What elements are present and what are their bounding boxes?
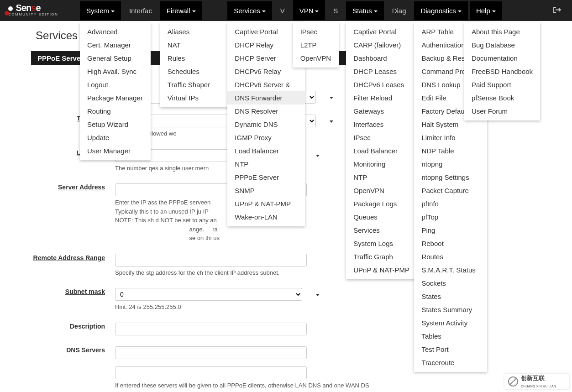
dropdown-item[interactable]: States Summary	[414, 303, 487, 316]
dropdown-item[interactable]: Aliases	[160, 25, 231, 38]
menu-diag-stub[interactable]: Diag	[386, 1, 413, 20]
dropdown-item[interactable]: Traffic Graph	[346, 250, 417, 263]
remote-range-input[interactable]	[115, 254, 307, 267]
dropdown-item[interactable]: Sockets	[414, 277, 487, 290]
dropdown-item[interactable]: DNS Resolver	[227, 105, 305, 118]
dropdown-item[interactable]: User Forum	[464, 105, 540, 118]
menu-firewall[interactable]: Firewall AliasesNATRulesSchedulesTraffic…	[160, 1, 202, 20]
dropdown-item[interactable]: PPPoE Server	[227, 171, 305, 184]
dropdown-item[interactable]: System Activity	[414, 316, 487, 329]
dropdown-item[interactable]: OpenVPN	[346, 184, 417, 197]
menu-s-stub[interactable]: S	[327, 1, 344, 20]
dropdown-item[interactable]: DHCPv6 Server &	[227, 78, 305, 91]
dropdown-item[interactable]: UPnP & NAT-PMP	[227, 197, 305, 210]
dropdown-item[interactable]: L2TP	[293, 38, 339, 52]
dropdown-item[interactable]: ntopng Settings	[414, 171, 487, 184]
dropdown-item[interactable]: States	[414, 290, 487, 303]
dropdown-item[interactable]: Monitoring	[346, 157, 417, 171]
menu-help[interactable]: Help About this PageBug DatabaseDocument…	[470, 1, 502, 20]
dns-server-1-input[interactable]	[115, 346, 307, 359]
dropdown-item[interactable]: Load Balancer	[227, 144, 305, 157]
dropdown-item[interactable]: Services	[346, 224, 417, 237]
dropdown-item[interactable]: UPnP & NAT-PMP	[346, 263, 417, 277]
dropdown-item[interactable]: Queues	[346, 210, 417, 224]
chevron-down-icon	[316, 294, 320, 296]
dropdown-item[interactable]: Dashboard	[346, 52, 417, 65]
menu-vpn-label: VPN	[299, 7, 314, 15]
dropdown-firewall: AliasesNATRulesSchedulesTraffic ShaperVi…	[160, 22, 231, 107]
description-input[interactable]	[115, 323, 307, 335]
dropdown-item[interactable]: S.M.A.R.T. Status	[414, 263, 487, 277]
dropdown-item[interactable]: FreeBSD Handbook	[464, 65, 540, 78]
breadcrumb-root[interactable]: Services	[36, 29, 78, 42]
dropdown-item[interactable]: Schedules	[160, 65, 231, 78]
dropdown-item[interactable]: Paid Support	[464, 78, 540, 91]
dropdown-item[interactable]: Routes	[414, 250, 487, 263]
dropdown-item[interactable]: General Setup	[80, 52, 151, 65]
dropdown-item[interactable]: Dynamic DNS	[227, 118, 305, 131]
brand-logo[interactable]: Sense COMMUNITY EDITION	[0, 0, 63, 16]
dropdown-item[interactable]: Documentation	[464, 52, 540, 65]
dropdown-item[interactable]: IGMP Proxy	[227, 131, 305, 144]
dropdown-item[interactable]: OpenVPN	[293, 52, 339, 65]
dropdown-item[interactable]: NTP	[346, 171, 417, 184]
dropdown-item[interactable]: Traffic Shaper	[160, 78, 231, 91]
dropdown-item[interactable]: Interfaces	[346, 118, 417, 131]
dropdown-item[interactable]: SNMP	[227, 184, 305, 197]
dropdown-item[interactable]: Virtual IPs	[160, 91, 231, 105]
dropdown-status: Captive PortalCARP (failover)DashboardDH…	[346, 22, 417, 279]
dropdown-item[interactable]: Traceroute	[414, 356, 487, 369]
dropdown-item[interactable]: High Avail. Sync	[80, 65, 151, 78]
logout-icon[interactable]	[553, 6, 561, 15]
top-navigation: Sense COMMUNITY EDITION System AdvancedC…	[0, 0, 572, 21]
dropdown-item[interactable]: DHCPv6 Leases	[346, 78, 417, 91]
dropdown-item[interactable]: Ping	[414, 224, 487, 237]
dropdown-item[interactable]: Update	[80, 131, 151, 144]
dropdown-item[interactable]: Packet Capture	[414, 184, 487, 197]
dropdown-item[interactable]: Tables	[414, 329, 487, 343]
dropdown-item[interactable]: NAT	[160, 38, 231, 52]
menu-services[interactable]: Services Captive PortalDHCP RelayDHCP Se…	[227, 1, 272, 20]
dropdown-item[interactable]: Limiter Info	[414, 131, 487, 144]
dropdown-item[interactable]: Package Manager	[80, 91, 151, 105]
dns-server-2-input[interactable]	[115, 366, 307, 379]
dropdown-item[interactable]: Gateways	[346, 105, 417, 118]
dropdown-item[interactable]: Logout	[80, 78, 151, 91]
menu-diagnostics[interactable]: Diagnostics ARP TableAuthenticationBacku…	[414, 1, 468, 20]
menu-v-stub[interactable]: V	[274, 1, 291, 20]
dropdown-item[interactable]: pfTop	[414, 210, 487, 224]
dropdown-item[interactable]: pfSense Book	[464, 91, 540, 105]
help-frag: ra	[212, 226, 218, 233]
dropdown-item[interactable]: pfInfo	[414, 197, 487, 210]
dropdown-item[interactable]: IPsec	[293, 25, 339, 38]
dropdown-item[interactable]: ntopng	[414, 157, 487, 171]
dropdown-item[interactable]: DNS Forwarder	[227, 91, 305, 105]
dropdown-item[interactable]: Wake-on-LAN	[227, 210, 305, 224]
dropdown-item[interactable]: Load Balancer	[346, 144, 417, 157]
dropdown-item[interactable]: Filter Reload	[346, 91, 417, 105]
dropdown-item[interactable]: Reboot	[414, 237, 487, 250]
subnet-mask-select[interactable]: 0	[115, 288, 302, 301]
dropdown-item[interactable]: CARP (failover)	[346, 38, 417, 52]
menu-interfaces[interactable]: Interfac	[123, 1, 158, 20]
dropdown-item[interactable]: Advanced	[80, 25, 151, 38]
dropdown-item[interactable]: NTP	[227, 157, 305, 171]
dropdown-item[interactable]: Captive Portal	[346, 25, 417, 38]
dropdown-item[interactable]: IPsec	[346, 131, 417, 144]
dropdown-item[interactable]: Package Logs	[346, 197, 417, 210]
menu-status[interactable]: Status Captive PortalCARP (failover)Dash…	[346, 1, 384, 20]
dropdown-item[interactable]: Cert. Manager	[80, 38, 151, 52]
dropdown-item[interactable]: DHCP Leases	[346, 65, 417, 78]
dropdown-item[interactable]: System Logs	[346, 237, 417, 250]
dropdown-item[interactable]: Test Port	[414, 343, 487, 356]
dropdown-item[interactable]: NDP Table	[414, 144, 487, 157]
dropdown-item[interactable]: Bug Database	[464, 38, 540, 52]
help-frag: se on thi	[189, 235, 212, 241]
dropdown-item[interactable]: Routing	[80, 105, 151, 118]
menu-system[interactable]: System AdvancedCert. ManagerGeneral Setu…	[80, 1, 121, 20]
menu-vpn[interactable]: VPN IPsecL2TPOpenVPN	[293, 0, 325, 20]
dropdown-item[interactable]: Setup Wizard	[80, 118, 151, 131]
dropdown-item[interactable]: About this Page	[464, 25, 540, 38]
dropdown-item[interactable]: Rules	[160, 52, 231, 65]
dropdown-item[interactable]: User Manager	[80, 144, 151, 157]
